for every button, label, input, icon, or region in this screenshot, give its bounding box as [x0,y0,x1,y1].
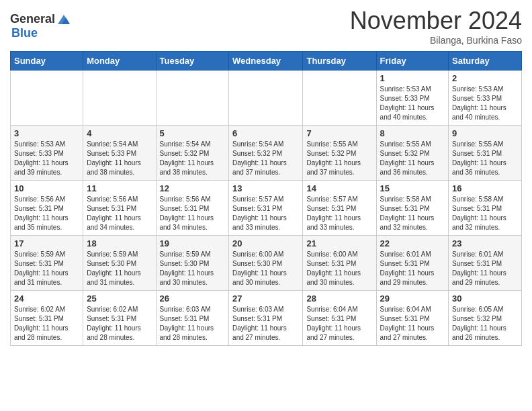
calendar-cell [156,71,229,126]
day-number: 20 [232,238,299,248]
day-number: 9 [452,128,518,138]
day-info: Sunrise: 5:56 AM Sunset: 5:31 PM Dayligh… [14,195,79,232]
calendar-cell: 14Sunrise: 5:57 AM Sunset: 5:31 PM Dayli… [303,181,376,236]
calendar-week-3: 10Sunrise: 5:56 AM Sunset: 5:31 PM Dayli… [11,181,522,236]
day-info: Sunrise: 5:55 AM Sunset: 5:32 PM Dayligh… [380,140,445,177]
calendar-cell: 6Sunrise: 5:54 AM Sunset: 5:32 PM Daylig… [229,126,303,181]
calendar-cell: 21Sunrise: 6:00 AM Sunset: 5:31 PM Dayli… [303,236,376,291]
calendar-cell: 28Sunrise: 6:04 AM Sunset: 5:31 PM Dayli… [303,291,376,346]
calendar-cell: 7Sunrise: 5:55 AM Sunset: 5:32 PM Daylig… [303,126,376,181]
calendar-cell: 5Sunrise: 5:54 AM Sunset: 5:32 PM Daylig… [156,126,229,181]
day-number: 1 [380,73,445,83]
day-info: Sunrise: 5:59 AM Sunset: 5:30 PM Dayligh… [87,250,152,287]
day-info: Sunrise: 5:53 AM Sunset: 5:33 PM Dayligh… [380,85,445,122]
location-subtitle: Bilanga, Burkina Faso [350,35,522,46]
calendar-cell: 3Sunrise: 5:53 AM Sunset: 5:33 PM Daylig… [11,126,83,181]
day-info: Sunrise: 5:54 AM Sunset: 5:33 PM Dayligh… [87,140,152,177]
day-number: 13 [232,183,299,193]
day-number: 2 [452,73,518,83]
day-number: 27 [232,293,299,304]
day-info: Sunrise: 6:05 AM Sunset: 5:32 PM Dayligh… [452,305,518,342]
day-info: Sunrise: 5:58 AM Sunset: 5:31 PM Dayligh… [380,195,445,232]
calendar-cell [11,71,83,126]
day-info: Sunrise: 6:01 AM Sunset: 5:31 PM Dayligh… [380,250,445,287]
calendar-cell: 8Sunrise: 5:55 AM Sunset: 5:32 PM Daylig… [376,126,448,181]
day-number: 7 [306,128,372,138]
day-number: 15 [380,183,445,193]
day-number: 17 [14,238,79,248]
day-info: Sunrise: 6:03 AM Sunset: 5:31 PM Dayligh… [160,305,226,342]
calendar-header-thursday: Thursday [303,52,376,71]
day-info: Sunrise: 6:00 AM Sunset: 5:31 PM Dayligh… [306,250,372,287]
calendar-header-friday: Friday [376,52,448,71]
day-info: Sunrise: 5:53 AM Sunset: 5:33 PM Dayligh… [452,85,518,122]
calendar-cell: 16Sunrise: 5:58 AM Sunset: 5:31 PM Dayli… [449,181,522,236]
calendar-cell: 26Sunrise: 6:03 AM Sunset: 5:31 PM Dayli… [156,291,229,346]
calendar-cell [229,71,303,126]
day-info: Sunrise: 5:53 AM Sunset: 5:33 PM Dayligh… [14,140,79,177]
day-number: 8 [380,128,445,138]
calendar-cell: 13Sunrise: 5:57 AM Sunset: 5:31 PM Dayli… [229,181,303,236]
calendar-cell: 11Sunrise: 5:56 AM Sunset: 5:31 PM Dayli… [83,181,156,236]
day-number: 14 [306,183,372,193]
calendar-cell: 27Sunrise: 6:03 AM Sunset: 5:31 PM Dayli… [229,291,303,346]
title-section: November 2024 Bilanga, Burkina Faso [350,7,522,46]
day-number: 21 [306,238,372,248]
calendar-cell: 10Sunrise: 5:56 AM Sunset: 5:31 PM Dayli… [11,181,83,236]
day-number: 16 [452,183,518,193]
day-number: 19 [160,238,226,248]
calendar-cell [83,71,156,126]
header: General Blue November 2024 Bilanga, Burk… [10,7,522,46]
calendar-cell [303,71,376,126]
day-info: Sunrise: 5:58 AM Sunset: 5:31 PM Dayligh… [452,195,518,232]
day-number: 26 [160,293,226,304]
day-number: 11 [87,183,152,193]
day-info: Sunrise: 6:04 AM Sunset: 5:31 PM Dayligh… [380,305,445,342]
day-number: 4 [87,128,152,138]
day-info: Sunrise: 6:04 AM Sunset: 5:31 PM Dayligh… [306,305,372,342]
day-info: Sunrise: 6:02 AM Sunset: 5:31 PM Dayligh… [87,305,152,342]
calendar-header-monday: Monday [83,52,156,71]
calendar-cell: 23Sunrise: 6:01 AM Sunset: 5:31 PM Dayli… [449,236,522,291]
day-info: Sunrise: 5:54 AM Sunset: 5:32 PM Dayligh… [160,140,226,177]
month-title: November 2024 [350,7,522,35]
day-number: 10 [14,183,79,193]
day-info: Sunrise: 5:55 AM Sunset: 5:32 PM Dayligh… [306,140,372,177]
calendar-cell: 25Sunrise: 6:02 AM Sunset: 5:31 PM Dayli… [83,291,156,346]
day-number: 30 [452,293,518,304]
calendar-cell: 2Sunrise: 5:53 AM Sunset: 5:33 PM Daylig… [449,71,522,126]
day-info: Sunrise: 6:03 AM Sunset: 5:31 PM Dayligh… [232,305,299,342]
logo-blue: Blue [11,26,38,40]
day-number: 12 [160,183,226,193]
day-info: Sunrise: 5:57 AM Sunset: 5:31 PM Dayligh… [306,195,372,232]
day-number: 18 [87,238,152,248]
calendar-cell: 1Sunrise: 5:53 AM Sunset: 5:33 PM Daylig… [376,71,448,126]
calendar-cell: 17Sunrise: 5:59 AM Sunset: 5:31 PM Dayli… [11,236,83,291]
day-info: Sunrise: 5:59 AM Sunset: 5:30 PM Dayligh… [160,250,226,287]
day-number: 28 [306,293,372,304]
day-info: Sunrise: 6:02 AM Sunset: 5:31 PM Dayligh… [14,305,79,342]
calendar-week-1: 1Sunrise: 5:53 AM Sunset: 5:33 PM Daylig… [11,71,522,126]
calendar-cell: 12Sunrise: 5:56 AM Sunset: 5:31 PM Dayli… [156,181,229,236]
calendar-header-sunday: Sunday [11,52,83,71]
day-info: Sunrise: 5:56 AM Sunset: 5:31 PM Dayligh… [160,195,226,232]
calendar-cell: 20Sunrise: 6:00 AM Sunset: 5:30 PM Dayli… [229,236,303,291]
calendar-cell: 4Sunrise: 5:54 AM Sunset: 5:33 PM Daylig… [83,126,156,181]
calendar-cell: 30Sunrise: 6:05 AM Sunset: 5:32 PM Dayli… [449,291,522,346]
calendar-cell: 24Sunrise: 6:02 AM Sunset: 5:31 PM Dayli… [11,291,83,346]
calendar-header-tuesday: Tuesday [156,52,229,71]
day-info: Sunrise: 5:55 AM Sunset: 5:31 PM Dayligh… [452,140,518,177]
day-number: 6 [232,128,299,138]
logo: General Blue [10,12,71,40]
day-info: Sunrise: 6:00 AM Sunset: 5:30 PM Dayligh… [232,250,299,287]
day-info: Sunrise: 5:59 AM Sunset: 5:31 PM Dayligh… [14,250,79,287]
logo-general: General [10,13,55,26]
day-number: 22 [380,238,445,248]
day-info: Sunrise: 5:56 AM Sunset: 5:31 PM Dayligh… [87,195,152,232]
calendar-header-saturday: Saturday [449,52,522,71]
day-info: Sunrise: 6:01 AM Sunset: 5:31 PM Dayligh… [452,250,518,287]
calendar-cell: 15Sunrise: 5:58 AM Sunset: 5:31 PM Dayli… [376,181,448,236]
calendar-cell: 19Sunrise: 5:59 AM Sunset: 5:30 PM Dayli… [156,236,229,291]
day-number: 24 [14,293,79,304]
calendar-week-4: 17Sunrise: 5:59 AM Sunset: 5:31 PM Dayli… [11,236,522,291]
